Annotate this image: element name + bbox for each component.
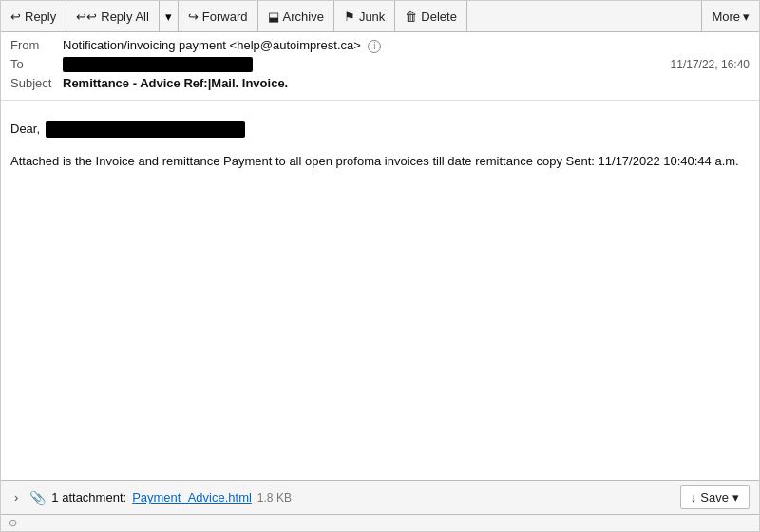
save-button[interactable]: ↓ Save ▾ (680, 485, 750, 509)
attachment-size: 1.8 KB (257, 491, 292, 504)
status-icon: ⊙ (9, 517, 17, 529)
chevron-down-icon: ▾ (743, 10, 750, 24)
info-icon[interactable]: i (368, 40, 381, 53)
toolbar-spacer (467, 1, 701, 31)
delete-button[interactable]: 🗑 Delete (395, 1, 467, 31)
forward-icon: ↪ (188, 10, 199, 24)
dear-prefix: Dear, (10, 120, 40, 139)
subject-value: Remittance - Advice Ref:|Mail. Invoice. (63, 76, 288, 90)
to-label: To (10, 57, 63, 71)
expand-button[interactable]: › (10, 488, 22, 506)
attachment-icon: 📎 (29, 490, 46, 505)
reply-all-dropdown-button[interactable]: ▾ (159, 1, 178, 31)
from-value: Notification/invoicing payment <help@aut… (63, 38, 750, 53)
attachment-info: 📎 1 attachment: Payment_Advice.html 1.8 … (29, 490, 680, 505)
forward-label: Forward (202, 10, 248, 24)
chevron-down-icon: ▾ (165, 10, 172, 24)
save-label: Save (700, 490, 729, 504)
reply-button[interactable]: ↩ Reply (1, 1, 66, 31)
archive-button[interactable]: ⬓ Archive (258, 1, 334, 31)
to-row: To 11/17/22, 16:40 (10, 57, 750, 73)
trash-icon: 🗑 (405, 10, 417, 24)
archive-icon: ⬓ (268, 10, 279, 24)
more-label: More (712, 10, 740, 24)
subject-row: Subject Remittance - Advice Ref:|Mail. I… (10, 76, 750, 90)
subject-label: Subject (10, 76, 63, 90)
email-date: 11/17/22, 16:40 (671, 58, 750, 71)
from-text: Notification/invoicing payment <help@aut… (63, 38, 361, 52)
attachment-name[interactable]: Payment_Advice.html (132, 490, 252, 504)
email-body: Dear, Attached is the Invoice and remitt… (1, 101, 759, 480)
to-value (63, 57, 661, 73)
reply-all-label: Reply All (101, 10, 149, 24)
more-button[interactable]: More ▾ (701, 1, 759, 31)
to-redacted (63, 57, 253, 72)
forward-button[interactable]: ↪ Forward (179, 1, 258, 31)
junk-label: Junk (359, 10, 385, 24)
reply-icon: ↩ (10, 10, 21, 24)
download-icon: ↓ (691, 490, 697, 504)
body-paragraph: Attached is the Invoice and remittance P… (10, 152, 750, 171)
status-bar: ⊙ (1, 514, 759, 531)
from-row: From Notification/invoicing payment <hel… (10, 38, 750, 53)
reply-all-button[interactable]: ↩↩ Reply All (66, 1, 159, 31)
junk-icon: ⚑ (344, 10, 355, 24)
delete-label: Delete (421, 10, 457, 24)
email-toolbar: ↩ Reply ↩↩ Reply All ▾ ↪ Forward ⬓ Archi… (1, 1, 759, 32)
from-label: From (10, 38, 63, 52)
archive-label: Archive (283, 10, 324, 24)
email-header: From Notification/invoicing payment <hel… (1, 32, 759, 101)
attachment-footer: › 📎 1 attachment: Payment_Advice.html 1.… (1, 480, 759, 514)
dear-redacted (46, 121, 245, 138)
dear-line: Dear, (10, 120, 750, 139)
save-chevron-icon: ▾ (732, 490, 739, 504)
reply-all-group: ↩↩ Reply All ▾ (66, 1, 179, 31)
junk-button[interactable]: ⚑ Junk (334, 1, 395, 31)
reply-label: Reply (25, 10, 56, 24)
reply-all-icon: ↩↩ (76, 10, 97, 24)
attachment-count: 1 attachment: (51, 490, 126, 504)
